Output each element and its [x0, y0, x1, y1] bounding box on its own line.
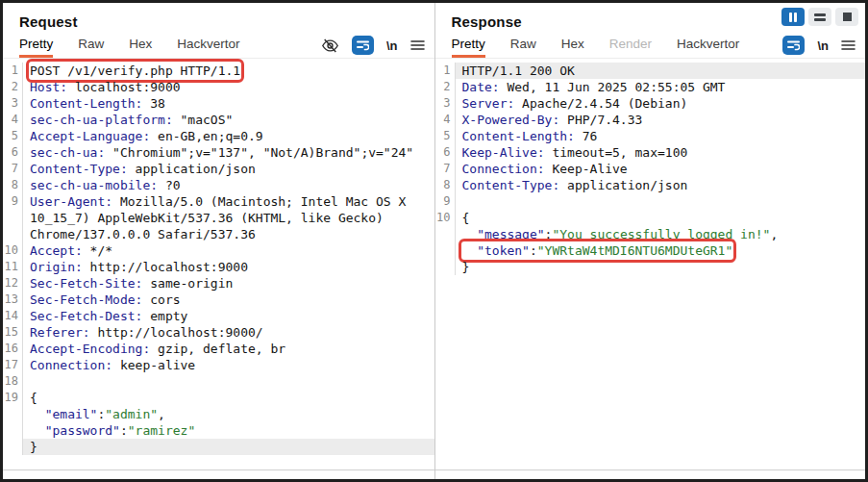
line-number: 18	[3, 373, 23, 390]
code-line: 2Host: localhost:9000	[3, 79, 434, 95]
split-rows-layout-button[interactable]	[808, 8, 831, 26]
request-tab-hex[interactable]: Hex	[129, 33, 152, 58]
code-line: 10Accept: */*	[3, 242, 434, 259]
response-tab-hex[interactable]: Hex	[561, 33, 584, 58]
code-line: 7Content-Type: application/json	[3, 161, 434, 177]
code-line: 17Connection: keep-alive	[3, 357, 434, 373]
line-number: 4	[435, 112, 456, 128]
split-columns-layout-button[interactable]	[781, 8, 805, 26]
code-text	[23, 373, 434, 390]
code-text: Content-Length: 76	[456, 128, 866, 144]
code-text: Content-Type: application/json	[23, 161, 434, 177]
code-text: sec-ch-ua-platform: "macOS"	[23, 112, 434, 128]
newline-toggle-icon[interactable]: \n	[386, 38, 398, 53]
code-text: {	[23, 390, 434, 406]
line-number: 2	[3, 79, 23, 95]
code-line: "email":"admin",	[3, 406, 434, 422]
response-tab-render: Render	[609, 33, 652, 58]
request-panel: Request Pretty Raw Hex Hackvertor	[3, 3, 434, 479]
code-text: "message":"You successfully logged in!",	[456, 226, 866, 242]
line-number	[3, 439, 23, 455]
code-text: "email":"admin",	[23, 406, 434, 422]
response-editor[interactable]: 1HTTP/1.1 200 OK2Date: Wed, 11 Jun 2025 …	[435, 59, 866, 470]
line-number	[435, 242, 456, 259]
menu-icon[interactable]	[410, 39, 425, 51]
line-number: 8	[3, 177, 23, 193]
line-number	[3, 210, 23, 226]
line-number: 9	[3, 193, 23, 210]
line-number: 3	[435, 95, 456, 112]
line-number	[3, 226, 23, 242]
code-text: sec-ch-ua-mobile: ?0	[23, 177, 434, 193]
code-text: Content-Type: application/json	[456, 177, 866, 193]
code-line: 4sec-ch-ua-platform: "macOS"	[3, 112, 434, 128]
response-tab-raw[interactable]: Raw	[510, 33, 536, 58]
request-title: Request	[19, 13, 427, 30]
code-line: 2Date: Wed, 11 Jun 2025 02:55:05 GMT	[435, 79, 866, 95]
code-line: 6sec-ch-ua: "Chromium";v="137", "Not/A)B…	[3, 144, 434, 161]
annotation-red-box: POST /v1/verify.php HTTP/1.1	[30, 63, 240, 79]
code-line: 5Accept-Language: en-GB,en;q=0.9	[3, 128, 434, 144]
code-line: 13Sec-Fetch-Mode: cors	[3, 292, 434, 308]
code-line: "message":"You successfully logged in!",	[435, 226, 866, 242]
line-number	[435, 226, 456, 242]
line-number: 13	[3, 292, 23, 308]
code-line: 6Keep-Alive: timeout=5, max=100	[435, 144, 866, 161]
request-tab-raw[interactable]: Raw	[78, 33, 104, 58]
code-text: {	[456, 210, 866, 226]
soft-wrap-icon[interactable]	[352, 36, 374, 55]
line-number: 2	[435, 79, 456, 95]
request-tab-hackvertor[interactable]: Hackvertor	[177, 33, 239, 58]
line-number: 12	[3, 275, 23, 292]
annotation-red-box: "token":"YWRtaW4tMDI6NTU6MDUteGR1"	[462, 242, 733, 259]
code-line: 5Content-Length: 76	[435, 128, 866, 144]
code-text: Accept-Language: en-GB,en;q=0.9	[23, 128, 434, 144]
response-tabbar: Pretty Raw Hex Render Hackvertor \n	[435, 33, 866, 59]
code-text: Chrome/137.0.0.0 Safari/537.36	[23, 226, 434, 242]
code-text: Origin: http://localhost:9000	[23, 259, 434, 275]
response-tab-hackvertor[interactable]: Hackvertor	[677, 33, 739, 58]
line-number: 15	[3, 324, 23, 341]
response-tab-pretty[interactable]: Pretty	[452, 33, 485, 58]
highlighted-code-text: HTTP/1.1 200 OK	[456, 63, 866, 79]
line-number: 1	[435, 63, 456, 79]
code-text: 10_15_7) AppleWebKit/537.36 (KHTML, like…	[23, 210, 434, 226]
code-line: 1HTTP/1.1 200 OK	[435, 63, 866, 79]
code-text: Referer: http://localhost:9000/	[23, 324, 434, 341]
layout-controls	[781, 8, 858, 26]
code-line: 19{	[3, 390, 434, 406]
code-line: 8sec-ch-ua-mobile: ?0	[3, 177, 434, 193]
line-number: 7	[435, 161, 456, 177]
code-line: 14Sec-Fetch-Dest: empty	[3, 308, 434, 324]
menu-icon[interactable]	[841, 39, 856, 51]
code-line: "password":"ramirez"	[3, 422, 434, 439]
request-header: Request	[3, 3, 434, 30]
request-editor[interactable]: 1POST /v1/verify.php HTTP/1.12Host: loca…	[3, 59, 434, 470]
code-text: Date: Wed, 11 Jun 2025 02:55:05 GMT	[456, 79, 866, 95]
code-line: 1POST /v1/verify.php HTTP/1.1	[3, 63, 434, 79]
line-number: 4	[3, 112, 23, 128]
code-text: POST /v1/verify.php HTTP/1.1	[23, 63, 434, 79]
line-number: 3	[3, 95, 23, 112]
line-number: 8	[435, 177, 456, 193]
code-text: Connection: keep-alive	[23, 357, 434, 373]
line-number: 5	[3, 128, 23, 144]
newline-toggle-icon[interactable]: \n	[817, 38, 829, 53]
code-line: }	[3, 439, 434, 455]
soft-wrap-icon[interactable]	[782, 36, 805, 55]
line-number	[435, 259, 456, 275]
request-tab-pretty[interactable]: Pretty	[19, 33, 53, 58]
response-toolbar-icons: \n	[782, 33, 856, 58]
line-number: 11	[3, 259, 23, 275]
line-number: 10	[435, 210, 456, 226]
code-line: 4X-Powered-By: PHP/7.4.33	[435, 112, 866, 128]
eye-off-icon[interactable]	[321, 38, 339, 54]
code-text: Sec-Fetch-Mode: cors	[23, 292, 434, 308]
highlighted-code-text: }	[23, 439, 434, 455]
code-text: Sec-Fetch-Dest: empty	[23, 308, 434, 324]
code-text: Accept-Encoding: gzip, deflate, br	[23, 341, 434, 357]
line-number: 5	[435, 128, 456, 144]
code-text: User-Agent: Mozilla/5.0 (Macintosh; Inte…	[23, 193, 434, 210]
line-number: 10	[3, 242, 23, 259]
single-view-layout-button[interactable]	[835, 8, 858, 26]
